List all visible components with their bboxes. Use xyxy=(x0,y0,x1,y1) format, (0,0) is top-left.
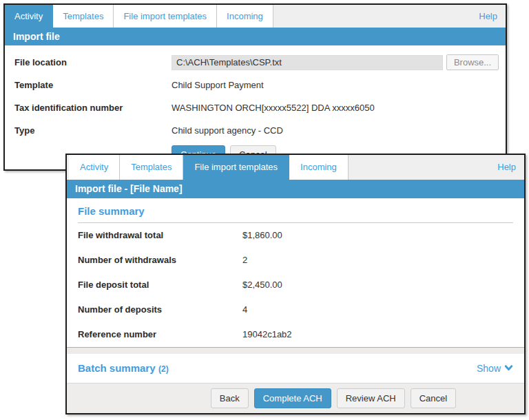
tab-file-import-templates[interactable]: File import templates xyxy=(183,155,289,180)
summary-row-deposit-total: File deposit total $2,450.00 xyxy=(67,273,524,297)
tab-bar: Activity Templates File import templates… xyxy=(67,155,524,180)
complete-ach-button[interactable]: Complete ACH xyxy=(254,388,331,408)
form-row-file-location: File location Browse... xyxy=(5,51,506,74)
show-label: Show xyxy=(477,363,501,374)
summary-label: Reference number xyxy=(78,329,242,339)
tab-templates[interactable]: Templates xyxy=(53,5,114,28)
tab-file-import-templates[interactable]: File import templates xyxy=(114,5,217,28)
review-ach-button[interactable]: Review ACH xyxy=(337,388,405,408)
summary-value: 19042c1ab2 xyxy=(242,329,292,339)
chevron-down-icon xyxy=(504,364,513,372)
summary-value: 4 xyxy=(242,304,247,315)
import-file-form: File location Browse... Template Child S… xyxy=(5,45,506,164)
show-toggle[interactable]: Show xyxy=(477,363,513,374)
summary-label: File deposit total xyxy=(78,280,242,290)
batch-summary-title: Batch summary xyxy=(78,362,156,374)
screen: Activity Templates File import templates… xyxy=(0,0,529,420)
field-label: Type xyxy=(14,125,172,136)
back-button[interactable]: Back xyxy=(211,388,249,408)
summary-row-reference-number: Reference number 19042c1ab2 xyxy=(67,322,524,347)
summary-value: $2,450.00 xyxy=(242,280,282,290)
summary-label: Number of deposits xyxy=(78,304,242,315)
summary-label: Number of withdrawals xyxy=(78,255,242,265)
tab-activity[interactable]: Activity xyxy=(69,155,120,180)
summary-label: File withdrawal total xyxy=(78,230,242,240)
batch-summary-count: (2) xyxy=(158,364,169,374)
summary-row-withdrawal-total: File withdrawal total $1,860.00 xyxy=(67,223,524,248)
summary-value: 2 xyxy=(242,255,247,265)
tab-spacer xyxy=(273,5,470,28)
help-link[interactable]: Help xyxy=(489,155,524,180)
field-value: Child support agency - CCD xyxy=(172,125,283,136)
file-location-input[interactable] xyxy=(172,55,443,70)
field-value: Child Support Payment xyxy=(172,80,264,90)
import-file-window: Activity Templates File import templates… xyxy=(3,3,507,171)
tab-incoming[interactable]: Incoming xyxy=(289,155,349,180)
form-row-type: Type Child support agency - CCD xyxy=(5,119,506,142)
field-label: File location xyxy=(14,57,172,67)
tab-incoming[interactable]: Incoming xyxy=(217,5,273,28)
tab-spacer xyxy=(349,155,489,180)
form-row-template: Template Child Support Payment xyxy=(5,74,506,96)
import-file-summary-window: Activity Templates File import templates… xyxy=(65,154,526,414)
page-title: Import file - [File Name] xyxy=(67,180,524,198)
summary-value: $1,860.00 xyxy=(242,230,282,240)
field-label: Tax identification number xyxy=(14,103,172,113)
form-row-tax-id: Tax identification number WASHINGTON ORC… xyxy=(5,96,506,119)
batch-summary-heading: Batch summary (2) xyxy=(78,362,169,375)
tab-templates[interactable]: Templates xyxy=(120,155,183,180)
help-link[interactable]: Help xyxy=(470,5,506,28)
browse-button[interactable]: Browse... xyxy=(446,54,499,70)
cancel-button[interactable]: Cancel xyxy=(411,388,456,408)
tab-activity[interactable]: Activity xyxy=(5,5,53,28)
page-title: Import file xyxy=(5,28,506,45)
footer-actions: Back Complete ACH Review ACH Cancel xyxy=(67,383,524,413)
summary-row-num-withdrawals: Number of withdrawals 2 xyxy=(67,248,524,273)
file-summary-section: File summary File withdrawal total $1,86… xyxy=(67,198,524,347)
file-summary-heading: File summary xyxy=(78,205,513,223)
summary-row-num-deposits: Number of deposits 4 xyxy=(67,297,524,322)
field-value: WASHINGTON ORCH[xxxxx5522] DDA xxxxx6050 xyxy=(172,103,375,113)
section-divider xyxy=(67,347,524,354)
tab-bar: Activity Templates File import templates… xyxy=(5,5,506,28)
batch-summary-section: Batch summary (2) Show xyxy=(67,354,524,384)
field-label: Template xyxy=(14,80,172,90)
